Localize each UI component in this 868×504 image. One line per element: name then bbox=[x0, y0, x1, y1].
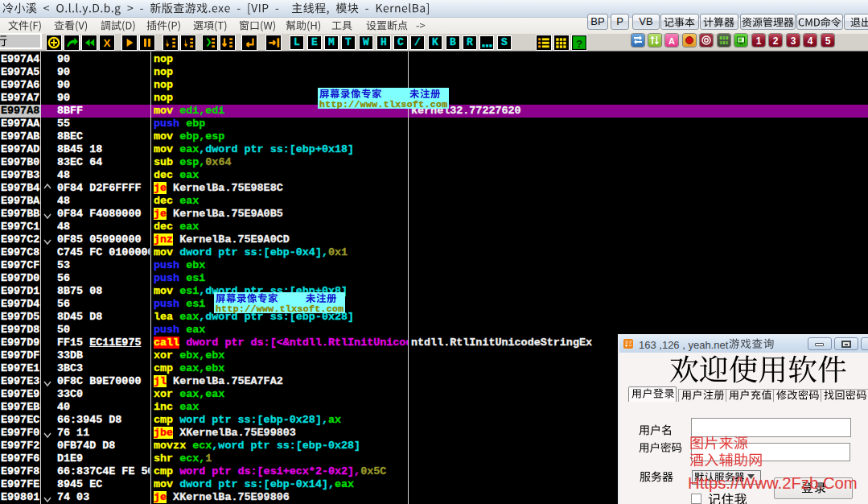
svg-text:A: A bbox=[668, 36, 675, 46]
svg-text:1: 1 bbox=[756, 35, 762, 47]
svg-text:2: 2 bbox=[773, 35, 779, 47]
svg-text:4: 4 bbox=[808, 35, 813, 47]
svg-text:101: 101 bbox=[719, 40, 729, 46]
svg-text:5: 5 bbox=[825, 35, 831, 47]
svg-text:3: 3 bbox=[791, 35, 796, 47]
svg-text:X: X bbox=[103, 37, 110, 49]
svg-text:?: ? bbox=[576, 38, 582, 50]
